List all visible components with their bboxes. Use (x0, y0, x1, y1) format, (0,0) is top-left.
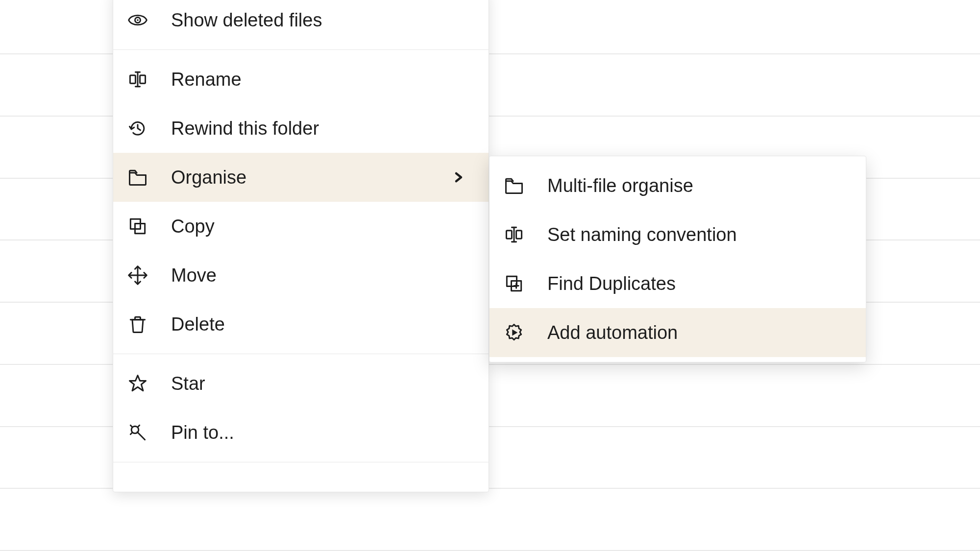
folder-icon (503, 175, 525, 196)
menu-item-organise[interactable]: Organise (113, 153, 489, 202)
menu-label: Rewind this folder (171, 118, 465, 139)
automation-icon (503, 322, 525, 343)
menu-item-star[interactable]: Star (113, 359, 489, 408)
menu-item-show-deleted[interactable]: Show deleted files (113, 0, 489, 45)
menu-label: Find Duplicates (547, 273, 842, 294)
menu-label: Set naming convention (547, 224, 842, 245)
menu-item-delete[interactable]: Delete (113, 300, 489, 349)
submenu-item-multi-file[interactable]: Multi-file organise (490, 161, 866, 210)
context-menu: Show deleted files Rename Rewind this fo… (113, 0, 489, 492)
rename-icon (503, 224, 525, 245)
menu-label: Organise (171, 167, 451, 188)
copy-icon (127, 216, 148, 237)
eye-icon (127, 9, 148, 31)
duplicate-icon (503, 273, 525, 294)
menu-label: Show deleted files (171, 10, 465, 31)
trash-icon (127, 313, 148, 335)
menu-item-pin[interactable]: Pin to... (113, 408, 489, 457)
menu-item-move[interactable]: Move (113, 251, 489, 300)
menu-label: Delete (171, 314, 465, 335)
organise-submenu: Multi-file organise Set naming conventio… (489, 156, 866, 362)
pin-icon (127, 422, 148, 443)
menu-item-copy[interactable]: Copy (113, 202, 489, 251)
chevron-right-icon (451, 170, 465, 184)
submenu-item-automation[interactable]: Add automation (490, 308, 866, 357)
star-icon (127, 373, 148, 394)
menu-label: Star (171, 373, 465, 394)
rename-icon (127, 69, 148, 90)
menu-label: Move (171, 265, 465, 286)
menu-item-rename[interactable]: Rename (113, 55, 489, 104)
menu-label: Copy (171, 216, 465, 237)
folder-icon (127, 167, 148, 188)
menu-label: Pin to... (171, 422, 465, 443)
menu-label: Add automation (547, 322, 842, 343)
history-icon (127, 118, 148, 139)
submenu-item-naming[interactable]: Set naming convention (490, 210, 866, 259)
submenu-item-duplicates[interactable]: Find Duplicates (490, 259, 866, 308)
menu-item-rewind[interactable]: Rewind this folder (113, 104, 489, 153)
menu-label: Multi-file organise (547, 175, 842, 196)
move-icon (127, 264, 148, 286)
menu-label: Rename (171, 69, 465, 90)
